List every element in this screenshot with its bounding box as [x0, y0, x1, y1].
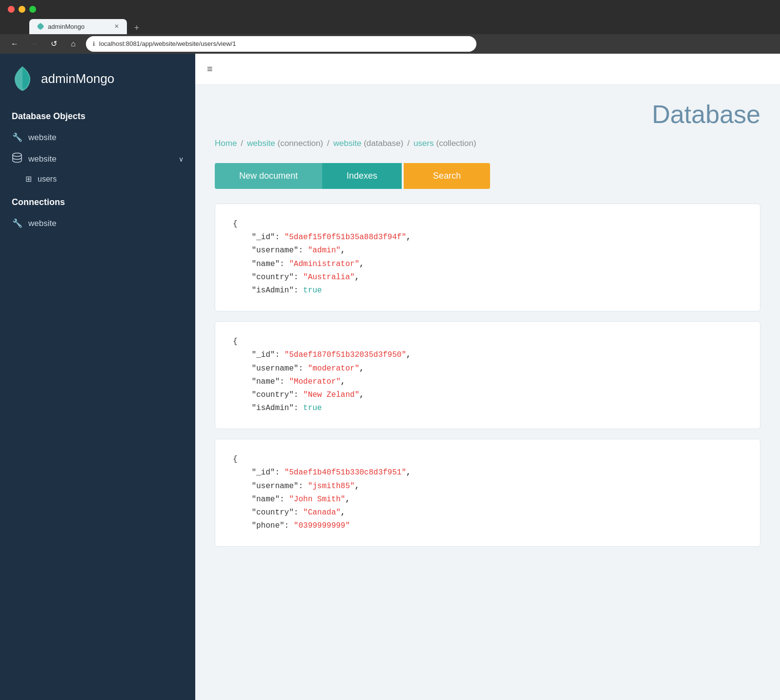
app-layout: adminMongo Database Objects 🔧 website we… [0, 54, 780, 700]
hamburger-icon[interactable]: ≡ [207, 63, 213, 74]
url-bar[interactable]: ℹ localhost:8081/app/website/website/use… [86, 36, 476, 52]
document-content-3: { "_id": "5daef1b40f51b330c8d3f951", "us… [233, 453, 742, 533]
breadcrumb: Home / website (connection) / website (d… [195, 139, 780, 158]
back-button[interactable]: ← [8, 37, 21, 51]
wrench-icon: 🔧 [12, 132, 22, 143]
sidebar-item-connection-website-2[interactable]: 🔧 website [0, 213, 195, 233]
page-title: Database [652, 100, 760, 129]
menu-toggle-bar: ≡ [195, 54, 780, 85]
sidebar-item-connection-website[interactable]: 🔧 website [0, 127, 195, 147]
browser-chrome: adminMongo ✕ + ← → ↺ ⌂ ℹ localhost:8081/… [0, 0, 780, 54]
tab-close-button[interactable]: ✕ [114, 23, 119, 30]
sidebar: adminMongo Database Objects 🔧 website we… [0, 54, 195, 700]
traffic-close[interactable] [8, 6, 15, 13]
wrench-icon-2: 🔧 [12, 218, 22, 228]
traffic-maximize[interactable] [29, 6, 36, 13]
forward-button[interactable]: → [27, 37, 41, 51]
info-icon: ℹ [93, 41, 95, 47]
new-document-button[interactable]: New document [215, 163, 322, 189]
address-bar: ← → ↺ ⌂ ℹ localhost:8081/app/website/web… [0, 34, 780, 54]
breadcrumb-sep-1: / [241, 139, 243, 148]
reload-button[interactable]: ↺ [47, 37, 61, 51]
indexes-button[interactable]: Indexes [322, 163, 402, 189]
home-button[interactable]: ⌂ [66, 37, 80, 51]
breadcrumb-database[interactable]: website (database) [333, 139, 404, 148]
breadcrumb-sep-3: / [407, 139, 410, 148]
sidebar-section-database-objects: Database Objects [0, 102, 195, 127]
chevron-down-icon: ∨ [179, 155, 184, 163]
breadcrumb-connection[interactable]: website (connection) [247, 139, 323, 148]
tab-favicon [37, 23, 44, 30]
document-card-3[interactable]: { "_id": "5daef1b40f51b330c8d3f951", "us… [215, 439, 760, 547]
sidebar-header: adminMongo [0, 54, 195, 102]
database-icon [12, 152, 22, 165]
main-content: ≡ Database Home / website (connection) /… [195, 54, 780, 700]
sidebar-item-database-website[interactable]: website ∨ [0, 147, 195, 170]
svg-rect-0 [21, 88, 23, 91]
action-buttons: New document Indexes Search [195, 158, 780, 204]
breadcrumb-home[interactable]: Home [215, 139, 237, 148]
sidebar-collection-label: users [38, 175, 57, 184]
sidebar-section-connections: Connections [0, 187, 195, 213]
sidebar-item-collection-users[interactable]: ⊞ users [0, 170, 195, 187]
tab-title: adminMongo [48, 23, 84, 30]
breadcrumb-collection[interactable]: users (collection) [413, 139, 476, 148]
app-logo [12, 65, 33, 92]
document-card-2[interactable]: { "_id": "5daef1870f51b32035d3f950", "us… [215, 321, 760, 429]
url-text: localhost:8081/app/website/website/users… [99, 40, 236, 47]
browser-tab-active[interactable]: adminMongo ✕ [29, 19, 127, 34]
app-name: adminMongo [41, 71, 114, 86]
sidebar-connections-item-label: website [28, 219, 57, 228]
breadcrumb-sep-2: / [327, 139, 329, 148]
document-card-1[interactable]: { "_id": "5daef15f0f51b35a88d3f94f", "us… [215, 204, 760, 311]
traffic-minimize[interactable] [19, 6, 25, 13]
document-content-1: { "_id": "5daef15f0f51b35a88d3f94f", "us… [233, 218, 742, 297]
sidebar-connection-label: website [28, 133, 57, 143]
browser-traffic-lights [0, 0, 780, 17]
sidebar-database-label: website [28, 154, 57, 164]
main-header: Database [195, 85, 780, 139]
document-content-2: { "_id": "5daef1870f51b32035d3f950", "us… [233, 335, 742, 415]
table-icon: ⊞ [25, 174, 32, 184]
documents-area: { "_id": "5daef15f0f51b35a88d3f94f", "us… [195, 204, 780, 566]
new-tab-button[interactable]: + [131, 22, 143, 34]
search-button[interactable]: Search [404, 163, 490, 189]
svg-point-1 [13, 153, 21, 157]
